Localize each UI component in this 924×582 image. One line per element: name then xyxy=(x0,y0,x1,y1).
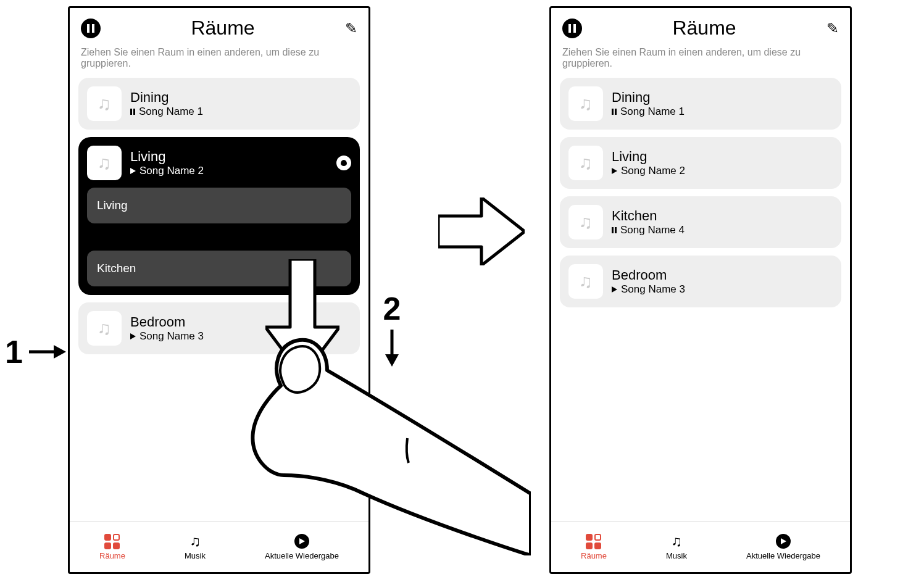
room-list: ♫ Dining Song Name 1 ♫ Living Song Name … xyxy=(551,78,850,521)
tab-music[interactable]: ♫ Musik xyxy=(185,533,206,560)
pause-state-icon xyxy=(612,109,617,115)
album-art: ♫ xyxy=(87,146,122,180)
transition-arrow-icon xyxy=(438,197,525,265)
album-art: ♫ xyxy=(568,264,603,299)
tab-label: Musik xyxy=(666,551,687,560)
rooms-icon xyxy=(104,534,120,549)
song-name: Song Name 1 xyxy=(139,106,203,118)
page-title: Räume xyxy=(672,17,736,39)
song-line: Song Name 4 xyxy=(612,224,685,236)
music-note-icon: ♫ xyxy=(579,271,593,292)
music-note-icon: ♫ xyxy=(579,152,593,173)
room-name: Dining xyxy=(130,89,203,106)
now-playing-icon xyxy=(776,534,791,549)
room-name: Dining xyxy=(612,89,685,106)
svg-marker-1 xyxy=(54,345,66,359)
album-art: ♫ xyxy=(87,311,122,346)
pause-state-icon xyxy=(612,227,617,233)
hint-text: Ziehen Sie einen Raum in einen anderen, … xyxy=(70,43,368,78)
song-name: Song Name 3 xyxy=(621,283,685,296)
room-card[interactable]: ♫ Bedroom Song Name 3 xyxy=(560,256,841,307)
room-card[interactable]: ♫ Dining Song Name 1 xyxy=(560,78,841,130)
room-card[interactable]: ♫ Kitchen Song Name 4 xyxy=(560,196,841,248)
edit-icon[interactable]: ✎ xyxy=(345,20,357,37)
tab-bar: Räume ♫ Musik Aktuelle Wiedergabe xyxy=(551,521,850,572)
tab-music[interactable]: ♫ Musik xyxy=(666,533,687,560)
annotation-1: 1 xyxy=(5,333,66,370)
tab-label: Räume xyxy=(581,551,607,560)
song-line: Song Name 2 xyxy=(130,165,204,177)
song-line: Song Name 2 xyxy=(612,165,685,177)
finger-gesture-icon xyxy=(247,333,531,555)
pause-icon[interactable] xyxy=(562,19,582,38)
album-art: ♫ xyxy=(568,86,603,121)
pause-icon[interactable] xyxy=(81,19,101,38)
group-member[interactable]: Living xyxy=(87,188,351,223)
music-icon: ♫ xyxy=(189,534,201,549)
album-art: ♫ xyxy=(87,86,122,121)
room-name: Living xyxy=(130,149,204,165)
room-card[interactable]: ♫ Dining Song Name 1 xyxy=(78,78,360,130)
tab-now-playing[interactable]: Aktuelle Wiedergabe xyxy=(746,533,820,560)
play-state-icon xyxy=(612,168,617,174)
room-name: Bedroom xyxy=(130,314,204,330)
tab-rooms[interactable]: Räume xyxy=(99,533,125,560)
header: Räume ✎ xyxy=(70,8,368,43)
song-name: Song Name 2 xyxy=(139,165,204,177)
room-name: Bedroom xyxy=(612,267,685,283)
room-name: Kitchen xyxy=(612,208,685,224)
song-name: Song Name 4 xyxy=(620,224,685,236)
annotation-number: 2 xyxy=(383,290,401,327)
album-art: ♫ xyxy=(568,205,603,239)
music-note-icon: ♫ xyxy=(98,93,112,114)
music-note-icon: ♫ xyxy=(579,93,593,114)
song-line: Song Name 1 xyxy=(130,106,203,118)
pause-state-icon xyxy=(130,109,135,115)
tab-label: Aktuelle Wiedergabe xyxy=(746,551,820,560)
group-indicator-icon xyxy=(336,156,351,170)
song-line: Song Name 3 xyxy=(130,330,204,343)
song-name: Song Name 3 xyxy=(139,330,204,343)
song-line: Song Name 1 xyxy=(612,106,685,118)
phone-after: Räume ✎ Ziehen Sie einen Raum in einen a… xyxy=(549,6,852,574)
play-state-icon xyxy=(130,168,136,174)
tab-label: Räume xyxy=(99,551,125,560)
room-card[interactable]: ♫ Living Song Name 2 xyxy=(560,137,841,189)
tab-rooms[interactable]: Räume xyxy=(581,533,607,560)
arrow-right-icon xyxy=(29,343,66,361)
tab-label: Musik xyxy=(185,551,206,560)
song-line: Song Name 3 xyxy=(612,283,685,296)
music-note-icon: ♫ xyxy=(98,318,112,339)
edit-icon[interactable]: ✎ xyxy=(826,20,839,37)
music-note-icon: ♫ xyxy=(579,212,593,233)
album-art: ♫ xyxy=(568,146,603,180)
room-name: Living xyxy=(612,149,685,165)
page-title: Räume xyxy=(191,17,254,39)
play-state-icon xyxy=(130,333,136,339)
music-icon: ♫ xyxy=(671,534,682,549)
rooms-icon xyxy=(586,534,601,549)
hint-text: Ziehen Sie einen Raum in einen anderen, … xyxy=(551,43,850,78)
music-note-icon: ♫ xyxy=(98,152,112,173)
song-name: Song Name 1 xyxy=(620,106,685,118)
header: Räume ✎ xyxy=(551,8,850,43)
annotation-number: 1 xyxy=(5,333,23,370)
play-state-icon xyxy=(612,286,617,293)
song-name: Song Name 2 xyxy=(621,165,685,177)
